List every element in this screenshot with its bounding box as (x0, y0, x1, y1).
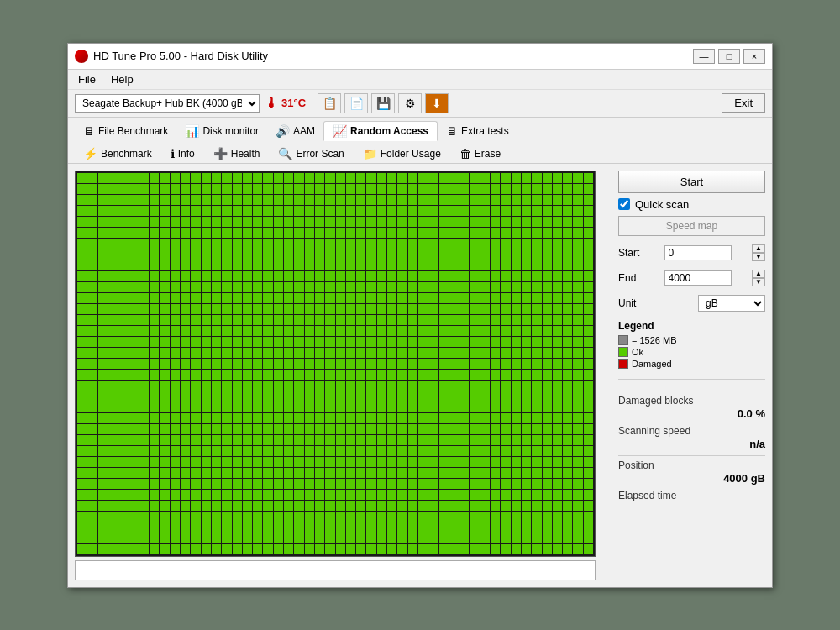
save-icon-btn[interactable]: 💾 (371, 93, 395, 113)
grid-cell (253, 304, 262, 314)
grid-cell (522, 468, 531, 478)
grid-cell (408, 479, 417, 489)
grid-cell (439, 402, 449, 412)
grid-cell (418, 249, 428, 260)
grid-cell (233, 490, 242, 500)
grid-cell (366, 282, 375, 292)
grid-cell (87, 468, 97, 478)
grid-cell (512, 359, 521, 369)
start-input[interactable] (664, 245, 732, 260)
grid-cell (439, 282, 449, 292)
grid-cell (397, 217, 407, 227)
grid-cell (181, 446, 190, 456)
grid-cell (501, 326, 510, 336)
start-button[interactable]: Start (618, 171, 765, 193)
settings-icon-btn[interactable]: ⚙ (398, 93, 422, 113)
tab-extra-tests[interactable]: 🖥 Extra tests (438, 121, 517, 141)
grid-cell (108, 512, 118, 522)
grid-cell (77, 260, 87, 270)
minimize-button[interactable]: — (693, 49, 715, 64)
grid-cell (284, 304, 293, 314)
grid-cell (129, 544, 139, 554)
start-spin-up[interactable]: ▲ (752, 244, 765, 253)
maximize-button[interactable]: □ (718, 49, 740, 64)
grid-cell (480, 239, 490, 249)
menu-file[interactable]: File (71, 71, 102, 87)
tab-disk-monitor[interactable]: 📊 Disk monitor (176, 121, 267, 141)
grid-cell (522, 217, 531, 227)
tab-health[interactable]: ➕ Health (205, 144, 269, 163)
grid-cell (171, 402, 180, 412)
tab-error-scan[interactable]: 🔍 Error Scan (270, 144, 352, 163)
grid-cell (470, 228, 479, 238)
grid-cell (459, 239, 469, 249)
quick-scan-label[interactable]: Quick scan (635, 198, 689, 211)
grid-cell (171, 479, 180, 489)
grid-cell (171, 271, 180, 281)
grid-cell (491, 326, 500, 336)
grid-cell (118, 402, 128, 412)
grid-cell (439, 413, 449, 423)
tab-info[interactable]: ℹ Info (162, 144, 203, 163)
grid-cell (532, 206, 541, 216)
grid-cell (212, 304, 221, 314)
grid-cell (222, 271, 231, 281)
tab-aam[interactable]: 🔊 AAM (267, 121, 323, 141)
grid-cell (356, 424, 365, 434)
grid-cell (294, 195, 303, 205)
grid-cell (356, 206, 365, 216)
tab-folder-usage[interactable]: 📁 Folder Usage (354, 144, 449, 163)
grid-cell (294, 359, 303, 369)
grid-cell (491, 424, 500, 434)
grid-cell (222, 337, 231, 347)
grid-cell (222, 413, 231, 423)
tab-benchmark[interactable]: ⚡ Benchmark (75, 144, 160, 163)
disk-selector[interactable]: Seagate Backup+ Hub BK (4000 gB) (75, 94, 260, 113)
grid-cell (573, 315, 582, 325)
grid-cell (202, 512, 211, 522)
grid-cell (336, 195, 345, 205)
grid-cell (573, 359, 582, 369)
grid-cell (108, 468, 118, 478)
grid-cell (233, 501, 242, 511)
tab-erase[interactable]: 🗑 Erase (451, 144, 509, 163)
grid-cell (491, 228, 500, 238)
grid-cell (150, 304, 159, 314)
grid-cell (501, 490, 510, 500)
end-spin-down[interactable]: ▼ (752, 278, 765, 286)
grid-cell (366, 206, 375, 216)
copy-icon-btn[interactable]: 📋 (318, 93, 341, 113)
grid-cell (108, 457, 118, 467)
report-icon-btn[interactable]: 📄 (344, 93, 368, 113)
tab-random-access[interactable]: 📈 Random Access (323, 121, 438, 141)
grid-cell (315, 402, 324, 412)
grid-cell (77, 435, 87, 445)
download-icon-btn[interactable]: ⬇ (425, 93, 449, 113)
grid-cell (543, 468, 552, 478)
grid-cell (336, 359, 345, 369)
grid-cell (243, 315, 252, 325)
exit-button[interactable]: Exit (722, 93, 765, 113)
grid-cell (491, 173, 500, 183)
grid-cell (512, 315, 521, 325)
menu-help[interactable]: Help (104, 71, 140, 87)
speed-map-button[interactable]: Speed map (618, 216, 765, 236)
grid-cell (243, 424, 252, 434)
grid-cell (408, 217, 417, 227)
end-spin-up[interactable]: ▲ (752, 270, 765, 278)
grid-cell (212, 249, 221, 260)
tab-file-benchmark[interactable]: 🖥 File Benchmark (75, 121, 176, 141)
grid-cell (191, 413, 200, 423)
grid-cell (563, 512, 572, 522)
grid-cell (356, 533, 365, 543)
close-button[interactable]: × (743, 49, 765, 64)
grid-cell (274, 195, 283, 205)
grid-cell (118, 206, 128, 216)
unit-select[interactable]: gB MB TB (698, 295, 765, 312)
grid-cell (150, 271, 159, 281)
quick-scan-checkbox[interactable] (618, 198, 630, 210)
end-input[interactable] (664, 270, 732, 286)
start-spin-down[interactable]: ▼ (752, 253, 765, 261)
grid-cell (191, 348, 200, 358)
grid-cell (346, 217, 355, 227)
